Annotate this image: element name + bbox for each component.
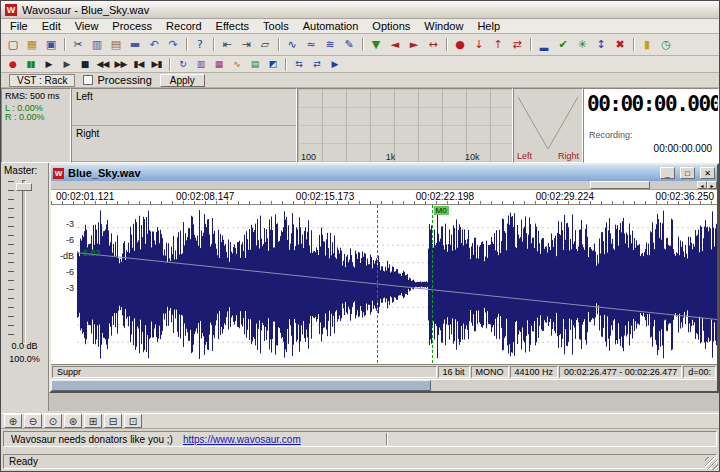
loop-icon[interactable]: ↻ [174, 57, 191, 71]
waveform-area[interactable]: -3 -6 -dB -6 -3 -6.02 M0 [51, 205, 717, 364]
swap-channels-icon[interactable]: ⇄ [508, 36, 526, 53]
document-minimize-button[interactable]: _ [660, 167, 675, 179]
trim-icon[interactable]: ▬ [126, 36, 144, 53]
meter-row: RMS: 500 ms L : 0.00% R : 0.00% Left Rig… [1, 88, 719, 163]
wave-draw-icon[interactable]: ✎ [340, 36, 358, 53]
arrow-down-icon[interactable]: ↓ [470, 36, 488, 53]
zoom-all-icon[interactable]: ⊛ [64, 414, 82, 428]
zoom-out-icon[interactable]: ⊖ [24, 414, 42, 428]
menu-item-automation[interactable]: Automation [296, 19, 366, 33]
shuttle-fwd-icon[interactable]: ⇄ [308, 57, 325, 71]
resize-icon[interactable]: ↕ [592, 36, 610, 53]
open-file-icon[interactable]: ▦ [23, 36, 41, 53]
play-selection-icon[interactable]: ▶ [326, 57, 343, 71]
pause-icon[interactable]: ▮▮ [22, 57, 39, 71]
vst-rack-button[interactable]: VST : Rack [9, 74, 75, 87]
forward-icon[interactable]: ▶▶ [112, 57, 129, 71]
stop-icon[interactable]: ■ [76, 57, 93, 71]
status-field-mono: MONO [471, 366, 509, 378]
db-scale-label: -3 [66, 283, 74, 293]
record-icon[interactable]: ● [4, 57, 21, 71]
overview-scroll-right-arrow[interactable]: ▸ [707, 181, 717, 189]
play-from-cursor-icon[interactable]: ▶ [58, 57, 75, 71]
marker-prev-icon[interactable]: ◄ [386, 36, 404, 53]
time-ruler[interactable]: 00:02:01.12100:02:08.14700:02:15.17300:0… [51, 190, 717, 205]
zoom-in-icon[interactable]: ⊕ [4, 414, 22, 428]
master-slider-thumb[interactable] [16, 183, 32, 191]
cut-icon[interactable]: ✂ [69, 36, 87, 53]
spectrum-analyzer-icon[interactable]: ▥ [192, 57, 209, 71]
wavosaur-website-link[interactable]: https://www.wavosaur.com [183, 434, 301, 445]
help-icon[interactable]: ? [191, 36, 209, 53]
wave-stats-icon[interactable]: ≈ [302, 36, 320, 53]
resize-grip[interactable] [705, 457, 718, 470]
horizontal-scrollbar-thumb[interactable] [51, 380, 431, 391]
menu-item-file[interactable]: File [3, 19, 35, 33]
save-icon[interactable]: ▣ [42, 36, 60, 53]
title-bar[interactable]: W Wavosaur - Blue_Sky.wav [1, 1, 719, 19]
marker-m0-tag[interactable]: M0 [434, 206, 449, 215]
undo-icon[interactable]: ↶ [145, 36, 163, 53]
menu-item-edit[interactable]: Edit [35, 19, 68, 33]
copy-icon[interactable]: ▥ [88, 36, 106, 53]
oscilloscope-icon[interactable]: ∿ [228, 57, 245, 71]
menu-item-help[interactable]: Help [470, 19, 507, 33]
menu-item-tools[interactable]: Tools [256, 19, 296, 33]
processing-checkbox[interactable] [83, 75, 93, 85]
record-arm-icon[interactable]: ● [451, 36, 469, 53]
new-file-icon[interactable]: ▢ [4, 36, 22, 53]
menu-item-options[interactable]: Options [365, 19, 417, 33]
monitor-icon[interactable]: ◩ [264, 57, 281, 71]
go-end-icon[interactable]: ▶▮ [148, 57, 165, 71]
loop-points-icon[interactable]: ↔ [424, 36, 442, 53]
wave-edit-icon[interactable]: ≋ [321, 36, 339, 53]
rewind-icon[interactable]: ◀◀ [94, 57, 111, 71]
sonogram-icon[interactable]: ▦ [210, 57, 227, 71]
marker-line[interactable] [377, 205, 378, 364]
spectrum-tick-1k: 1k [386, 152, 396, 162]
vu-meter-icon[interactable]: ▤ [246, 57, 263, 71]
overview-scroll-left-arrow[interactable]: ◂ [697, 181, 707, 189]
shuttle-back-icon[interactable]: ⇆ [290, 57, 307, 71]
waveform-plot[interactable]: -6.02 M0 [77, 205, 717, 364]
zoom-vertical-in-icon[interactable]: ⊞ [84, 414, 102, 428]
mdi-workspace: Master: 0.0 dB 100.0% W Blue_Sky.wav _ □… [1, 163, 719, 411]
check-icon[interactable]: ✔ [554, 36, 572, 53]
marker-line-m0[interactable] [432, 205, 433, 364]
apply-button[interactable]: Apply [160, 74, 205, 87]
zoom-snap-icon[interactable]: ⊡ [124, 414, 142, 428]
go-start-icon[interactable]: ▮◀ [130, 57, 147, 71]
document-close-button[interactable]: ✕ [700, 167, 715, 179]
menu-item-process[interactable]: Process [105, 19, 159, 33]
waveform-canvas[interactable] [77, 205, 717, 364]
wave-view-icon[interactable]: ∿ [283, 36, 301, 53]
master-slider-track[interactable] [22, 180, 26, 344]
horizontal-scrollbar[interactable] [51, 379, 717, 391]
menu-item-view[interactable]: View [68, 19, 106, 33]
zoom-vertical-out-icon[interactable]: ⊟ [104, 414, 122, 428]
redo-icon[interactable]: ↷ [164, 36, 182, 53]
delete-icon[interactable]: ✖ [611, 36, 629, 53]
zoom-selection-icon[interactable]: ⊙ [44, 414, 62, 428]
insert-silence-icon[interactable]: ▂ [535, 36, 553, 53]
menu-item-window[interactable]: Window [417, 19, 470, 33]
marker-next-icon[interactable]: ► [405, 36, 423, 53]
play-icon[interactable]: ▶ [40, 57, 57, 71]
timer-icon[interactable]: ◷ [657, 36, 675, 53]
goto-end-icon[interactable]: ⇥ [237, 36, 255, 53]
paste-icon[interactable]: ▤ [107, 36, 125, 53]
document-maximize-button[interactable]: □ [680, 167, 695, 179]
processing-checkbox-group[interactable]: Processing [83, 74, 151, 86]
goto-start-icon[interactable]: ⇤ [218, 36, 236, 53]
marker-add-icon[interactable]: ▼ [367, 36, 385, 53]
overview-scrollbar[interactable]: ◂ ▸ [51, 181, 717, 190]
arrow-up-icon[interactable]: ↑ [489, 36, 507, 53]
lock-icon[interactable]: ▮ [638, 36, 656, 53]
snap-icon[interactable]: ✳ [573, 36, 591, 53]
overview-scrollbar-thumb[interactable] [590, 181, 650, 189]
menu-item-effects[interactable]: Effects [209, 19, 256, 33]
menu-item-record[interactable]: Record [159, 19, 208, 33]
document-title-bar[interactable]: W Blue_Sky.wav _ □ ✕ [51, 165, 717, 181]
select-all-icon[interactable]: ▱ [256, 36, 274, 53]
status-field-d-00: d=00: [683, 366, 716, 378]
